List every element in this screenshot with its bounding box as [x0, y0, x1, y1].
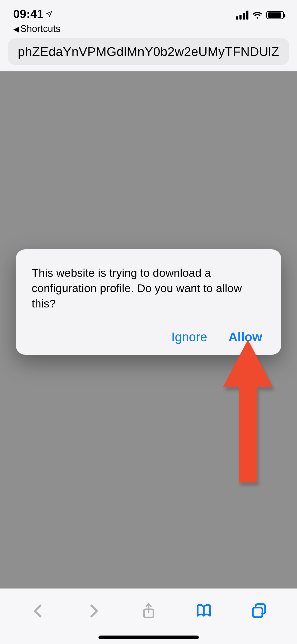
back-app-label: Shortcuts — [20, 23, 60, 34]
annotation-arrow — [220, 340, 276, 490]
back-caret-icon: ◀ — [13, 24, 19, 34]
tabs-icon — [251, 603, 267, 619]
back-button[interactable] — [28, 600, 49, 622]
forward-button[interactable] — [83, 600, 104, 622]
wifi-icon — [252, 11, 263, 19]
home-indicator[interactable] — [98, 636, 199, 639]
battery-icon — [266, 11, 284, 19]
download-profile-dialog: This website is trying to download a con… — [16, 249, 281, 355]
dialog-message: This website is trying to download a con… — [32, 265, 265, 311]
svg-rect-4 — [253, 608, 262, 617]
url-bar[interactable]: phZEdaYnVPMGdlMnY0b2w2eUMyTFNDUlZ — [8, 38, 289, 65]
chevron-left-icon — [30, 603, 46, 619]
tabs-button[interactable] — [248, 600, 270, 622]
book-icon — [196, 603, 212, 619]
time: 09:41 — [13, 7, 44, 21]
share-button[interactable] — [138, 600, 159, 622]
svg-marker-0 — [223, 340, 273, 482]
status-bar: 09:41 ◀ Shortcuts — [0, 0, 297, 37]
location-icon — [46, 11, 53, 17]
share-icon — [140, 603, 157, 619]
chevron-right-icon — [85, 603, 102, 619]
bookmarks-button[interactable] — [193, 600, 214, 622]
back-to-app[interactable]: ◀ Shortcuts — [13, 23, 60, 34]
ignore-button[interactable]: Ignore — [171, 330, 207, 344]
cellular-signal-icon — [236, 11, 248, 20]
url-text: phZEdaYnVPMGdlMnY0b2w2eUMyTFNDUlZ — [18, 44, 279, 59]
